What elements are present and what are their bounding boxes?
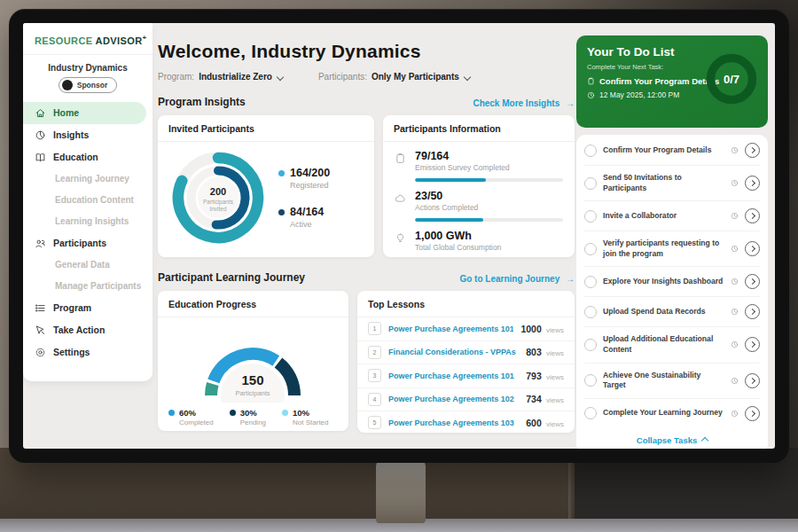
gauge-center-label: Participants <box>235 389 270 397</box>
learning-cards-row: Education Progress 150 Participants 60% … <box>158 291 575 433</box>
go-to-learning-journey-link[interactable]: Go to Learning Journey → <box>459 274 575 284</box>
gauge-legend-item: 10% Not Started <box>282 408 328 426</box>
task-clock-icon <box>731 278 739 286</box>
task-row: Upload Additional Educational Content <box>584 326 760 362</box>
gauge-center-value: 150 <box>241 372 263 387</box>
task-row: Invite a Collaborator <box>584 200 760 231</box>
legend-label: Registered <box>290 181 330 190</box>
gauge-legend-label: Pending <box>240 419 266 426</box>
legend-item: 84/164 Active <box>278 206 330 229</box>
check-more-insights-link[interactable]: Check More Insights → <box>473 98 575 108</box>
stat-label: Total Global Consumption <box>415 243 563 252</box>
sidebar-item-label: Education Content <box>55 195 134 205</box>
sidebar-item-settings[interactable]: Settings <box>23 341 153 364</box>
sidebar-item-manage-participants[interactable]: Manage Participants <box>23 276 153 297</box>
lesson-title-link[interactable]: Financial Considerations - VPPAs <box>388 348 519 356</box>
chevron-down-icon <box>277 73 284 80</box>
task-open-button[interactable] <box>745 274 760 289</box>
sidebar-item-learning-journey[interactable]: Learning Journey <box>23 168 153 190</box>
page-title: Welcome, Industry Dynamics <box>158 41 575 62</box>
lesson-rank-badge: 3 <box>368 369 381 382</box>
lesson-title-link[interactable]: Power Purchase Agreements 103 <box>388 419 519 427</box>
task-open-button[interactable] <box>745 337 760 352</box>
task-row: Achieve One Sustainability Target <box>584 363 760 398</box>
participants-information-stats: 79/164 Emission Survey Completed 23/50 A… <box>383 142 575 252</box>
gauge-legend-item: 30% Pending <box>230 408 266 426</box>
sidebar-item-home[interactable]: Home <box>23 102 146 124</box>
sidebar-item-general-data[interactable]: General Data <box>23 254 153 276</box>
sidebar-item-label: General Data <box>55 260 110 270</box>
task-label: Achieve One Sustainability Target <box>603 371 724 391</box>
stat-progress-fill <box>415 178 486 182</box>
legend-label: Active <box>290 220 324 229</box>
gauge-legend-value: 10% <box>293 408 309 418</box>
sidebar-item-program[interactable]: Program <box>23 297 153 319</box>
task-open-button[interactable] <box>745 241 760 256</box>
stat-value: 23/50 <box>415 190 563 202</box>
program-label: Program: <box>158 72 194 82</box>
stat-progress-fill <box>415 218 483 222</box>
sidebar-item-insights[interactable]: Insights <box>23 124 153 146</box>
donut-legend: 164/200 Registered 84/164 Active <box>278 167 330 229</box>
todo-progress-ring: 0/7 <box>703 51 760 107</box>
task-checkbox[interactable] <box>584 243 597 255</box>
check-more-insights-label: Check More Insights <box>473 98 559 108</box>
task-label: Send 50 Invitations to Participants <box>603 173 724 193</box>
chevron-right-icon <box>748 411 755 417</box>
legend-dot-icon <box>278 209 285 215</box>
sponsor-icon <box>62 80 73 90</box>
logo-advisor: ADVISOR <box>96 35 143 46</box>
task-checkbox[interactable] <box>584 177 597 190</box>
logo-resource: RESOURCE <box>35 35 93 46</box>
chevron-up-icon <box>701 437 708 444</box>
main-content: Welcome, Industry Dynamics Program: Indu… <box>158 23 575 433</box>
lesson-title-link[interactable]: Power Purchase Agreements 101 <box>388 325 513 333</box>
task-open-button[interactable] <box>745 373 760 388</box>
task-label: Confirm Your Program Details <box>603 145 724 156</box>
todo-next-task-label: Confirm Your Program Details <box>599 76 719 86</box>
lesson-title-link[interactable]: Power Purchase Agreements 102 <box>388 395 519 403</box>
sidebar-item-take-action[interactable]: Take Action <box>23 319 153 341</box>
task-checkbox[interactable] <box>584 210 597 223</box>
program-value: Industrialize Zero <box>199 72 272 82</box>
task-checkbox[interactable] <box>584 276 597 288</box>
program-dropdown[interactable]: Program: Industrialize Zero <box>158 72 283 82</box>
org-name: Industry Dynamics <box>23 63 153 73</box>
sidebar-item-label: Insights <box>53 129 89 140</box>
sidebar-item-education-content[interactable]: Education Content <box>23 190 153 211</box>
lesson-rank-badge: 1 <box>368 322 381 335</box>
top-lessons-title: Top Lessons <box>357 291 575 317</box>
task-open-button[interactable] <box>745 406 760 421</box>
participants-dropdown[interactable]: Participants: Only My Participants <box>318 72 470 82</box>
lesson-views-suffix: views <box>544 373 564 381</box>
stat-row: 79/164 Emission Survey Completed <box>383 142 575 182</box>
task-checkbox[interactable] <box>584 374 597 387</box>
task-open-button[interactable] <box>745 304 760 319</box>
task-open-button[interactable] <box>745 208 760 223</box>
sidebar-item-label: Education <box>53 152 98 162</box>
stat-icon <box>395 192 406 204</box>
sidebar: RESOURCE ADVISOR+ Industry Dynamics Spon… <box>23 23 153 381</box>
gauge-legend-value: 60% <box>179 408 196 418</box>
task-clock-icon <box>731 377 739 385</box>
stat-value: 1,000 GWh <box>415 230 563 242</box>
sidebar-item-education[interactable]: Education <box>23 146 153 168</box>
task-checkbox[interactable] <box>584 145 597 157</box>
filter-bar: Program: Industrialize Zero Participants… <box>158 72 575 82</box>
task-clock-icon <box>731 212 739 220</box>
learning-journey-header: Participant Learning Journey Go to Learn… <box>158 271 575 284</box>
participants-label: Participants: <box>318 72 367 82</box>
task-label: Upload Spend Data Records <box>603 307 724 317</box>
sidebar-item-participants[interactable]: Participants <box>23 232 153 254</box>
task-open-button[interactable] <box>745 143 760 158</box>
lesson-title-link[interactable]: Power Purchase Agreements 101 <box>388 372 519 380</box>
collapse-tasks-link[interactable]: Collapse Tasks <box>584 428 760 449</box>
task-checkbox[interactable] <box>584 339 597 351</box>
task-row: Confirm Your Program Details <box>584 136 760 165</box>
sidebar-item-learning-insights[interactable]: Learning Insights <box>23 211 153 232</box>
task-open-button[interactable] <box>745 176 760 191</box>
invited-participants-donut-chart: 200 Participants Invited <box>163 145 277 250</box>
task-checkbox[interactable] <box>584 306 597 318</box>
task-checkbox[interactable] <box>584 407 597 419</box>
task-label: Upload Additional Educational Content <box>603 334 724 355</box>
